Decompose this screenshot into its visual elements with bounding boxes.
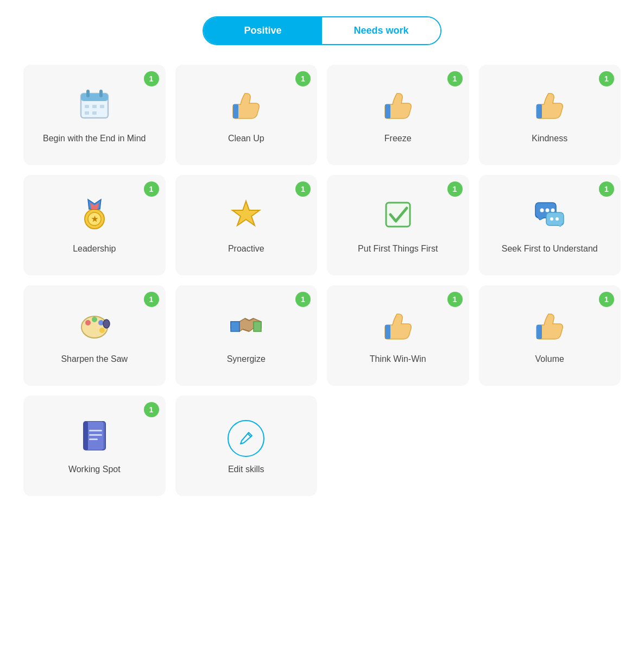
svg-rect-8: [92, 111, 97, 115]
svg-point-24: [85, 320, 91, 325]
card-begin-with-end[interactable]: 1 Begin with the End in Mind: [23, 65, 166, 165]
card-synergize[interactable]: 1 Synergize: [175, 285, 318, 386]
label-clean-up: Clean Up: [228, 133, 264, 145]
icon-thumbsup: [382, 309, 414, 346]
badge-leadership: 1: [144, 181, 159, 197]
svg-point-25: [92, 317, 97, 322]
icon-thumbsup: [533, 88, 566, 126]
icon-thumbsup: [533, 309, 566, 346]
label-begin-with-end: Begin with the End in Mind: [43, 133, 146, 145]
badge-working-spot: 1: [144, 402, 159, 417]
icon-notebook: [78, 419, 111, 456]
icon-chat: [533, 198, 566, 236]
svg-point-17: [540, 208, 544, 212]
card-think-win[interactable]: 1 Think Win-Win: [327, 285, 469, 386]
edit-skills-card[interactable]: Edit skills: [175, 396, 318, 496]
svg-rect-36: [89, 438, 98, 440]
svg-rect-10: [385, 104, 390, 118]
svg-point-18: [546, 208, 550, 212]
label-synergize: Synergize: [227, 354, 266, 365]
edit-skills-label: Edit skills: [228, 465, 264, 474]
icon-checkbox: [382, 198, 414, 236]
label-put-first: Put First Things First: [358, 243, 438, 255]
label-seek-first: Seek First to Understand: [502, 243, 598, 255]
badge-sharpen: 1: [144, 292, 159, 307]
badge-kindness: 1: [599, 71, 614, 86]
svg-point-28: [103, 319, 110, 328]
svg-rect-11: [536, 104, 542, 118]
svg-rect-6: [100, 105, 104, 108]
card-sharpen[interactable]: 1 Sharpen the Saw: [23, 285, 166, 386]
icon-medal: ★: [78, 198, 111, 236]
icon-calendar: [78, 88, 111, 126]
icon-thumbsup: [382, 88, 414, 126]
badge-begin-with-end: 1: [144, 71, 159, 86]
svg-rect-30: [536, 325, 542, 339]
badge-put-first: 1: [447, 181, 463, 197]
svg-point-19: [551, 208, 555, 212]
label-leadership: Leadership: [73, 243, 116, 255]
card-proactive[interactable]: 1 Proactive: [175, 175, 318, 275]
svg-rect-5: [92, 105, 97, 108]
badge-volume: 1: [599, 292, 614, 307]
icon-thumbsup: [230, 88, 262, 126]
svg-rect-9: [233, 104, 238, 118]
label-think-win: Think Win-Win: [370, 354, 426, 365]
card-kindness[interactable]: 1 Kindness: [479, 65, 621, 165]
label-freeze: Freeze: [384, 133, 412, 145]
svg-rect-34: [89, 430, 102, 431]
label-kindness: Kindness: [532, 133, 567, 145]
badge-freeze: 1: [447, 71, 463, 86]
toggle-group: Positive Needs work: [203, 16, 441, 45]
badge-synergize: 1: [295, 292, 311, 307]
svg-rect-1: [81, 93, 108, 101]
svg-rect-4: [85, 105, 89, 108]
svg-rect-33: [84, 422, 88, 450]
positive-tab[interactable]: Positive: [204, 17, 322, 44]
svg-point-22: [555, 217, 559, 221]
card-clean-up[interactable]: 1 Clean Up: [175, 65, 318, 165]
card-volume[interactable]: 1 Volume: [479, 285, 621, 386]
icon-palette: [78, 309, 111, 346]
icon-star: [230, 198, 262, 236]
card-working-spot[interactable]: 1 Working Spot: [23, 396, 166, 496]
svg-rect-29: [385, 325, 390, 339]
card-seek-first[interactable]: 1 Seek First to Understand: [479, 175, 621, 275]
svg-rect-2: [86, 90, 90, 97]
badge-seek-first: 1: [599, 181, 614, 197]
label-sharpen: Sharpen the Saw: [61, 354, 128, 365]
label-volume: Volume: [535, 354, 564, 365]
label-proactive: Proactive: [228, 243, 264, 255]
badge-think-win: 1: [447, 292, 463, 307]
svg-rect-35: [89, 434, 102, 436]
skills-grid: 1 Begin with the End in Mind 1 Clean Up: [23, 65, 621, 496]
badge-clean-up: 1: [295, 71, 311, 86]
edit-pencil-icon: [228, 420, 264, 457]
svg-point-27: [99, 328, 105, 333]
card-leadership[interactable]: 1 ★ Leadership: [23, 175, 166, 275]
badge-proactive: 1: [295, 181, 311, 197]
card-freeze[interactable]: 1 Freeze: [327, 65, 469, 165]
svg-rect-7: [85, 111, 89, 115]
label-working-spot: Working Spot: [68, 464, 121, 475]
svg-point-21: [550, 217, 553, 221]
card-put-first[interactable]: 1 Put First Things First: [327, 175, 469, 275]
svg-rect-3: [99, 90, 103, 97]
icon-handshake: [230, 309, 262, 346]
needs-work-tab[interactable]: Needs work: [322, 17, 440, 44]
svg-text:★: ★: [91, 215, 98, 223]
